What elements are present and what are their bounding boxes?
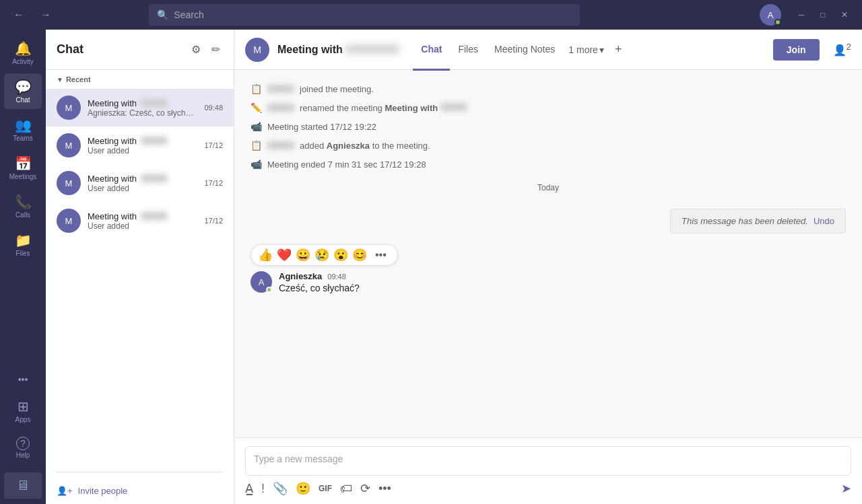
- activity-icon: 🔔: [15, 40, 32, 57]
- blurred-name: [141, 174, 168, 182]
- chat-item[interactable]: M Meeting with User added 17/12: [46, 127, 234, 164]
- reactions-bar: 👍 ❤️ 😀 😢 😮 😊 •••: [251, 244, 398, 266]
- attach-button[interactable]: 📎: [273, 481, 288, 496]
- titlebar-right: A ─ □ ✕: [760, 4, 854, 26]
- close-button[interactable]: ✕: [835, 5, 854, 24]
- search-input[interactable]: [174, 9, 572, 20]
- emoji-button[interactable]: 🙂: [296, 481, 310, 496]
- sidebar-item-more[interactable]: •••: [4, 369, 42, 390]
- forward-button[interactable]: →: [35, 6, 57, 24]
- system-icon: 📋: [251, 140, 262, 151]
- chat-preview: User added: [88, 221, 197, 231]
- system-text: Meeting ended 7 min 31 sec 17/12 19:28: [267, 159, 426, 170]
- today-divider: Today: [251, 183, 846, 192]
- sidebar-item-files[interactable]: 📁 Files: [4, 227, 42, 262]
- chat-list: M Meeting with Agnieszka: Cześć, co słyc…: [46, 89, 234, 466]
- chat-time: 17/12: [204, 217, 223, 225]
- reaction-wow[interactable]: 😮: [333, 248, 348, 262]
- tab-more[interactable]: 1 more ▾: [563, 30, 609, 70]
- chat-preview: User added: [88, 184, 197, 193]
- files-label: Files: [15, 250, 30, 257]
- more-icon: •••: [18, 374, 28, 385]
- sidebar-header: Chat ⚙ ✏: [46, 30, 234, 70]
- invite-button[interactable]: 👤+ Invite people: [46, 478, 234, 504]
- add-tab-button[interactable]: +: [609, 30, 628, 70]
- back-button[interactable]: ←: [8, 6, 30, 24]
- chat-name: Meeting with: [88, 174, 137, 184]
- chat-tabs: Chat Files Meeting Notes 1 more ▾ +: [413, 30, 627, 70]
- system-text: renamed the meeting Meeting with: [300, 103, 467, 113]
- tab-chat[interactable]: Chat: [413, 30, 450, 71]
- search-bar: 🔍: [149, 4, 580, 26]
- filter-button[interactable]: ⚙: [189, 40, 203, 59]
- sidebar-item-help[interactable]: ? Help: [4, 431, 42, 464]
- loop-button[interactable]: ⟳: [360, 481, 370, 496]
- chat-time: 09:48: [204, 104, 223, 112]
- reaction-heart[interactable]: ❤️: [277, 248, 292, 262]
- search-icon: 🔍: [157, 9, 168, 20]
- gif-button[interactable]: GIF: [319, 484, 332, 493]
- sticker-button[interactable]: 🏷: [340, 482, 352, 496]
- minimize-button[interactable]: ─: [792, 5, 811, 24]
- sidebar-item-device[interactable]: 🖥: [4, 472, 42, 499]
- reaction-thumbsup[interactable]: 👍: [258, 248, 273, 262]
- join-button[interactable]: Join: [773, 39, 820, 61]
- divider: [57, 472, 223, 472]
- apps-label: Apps: [15, 416, 31, 423]
- sidebar-item-calls[interactable]: 📞 Calls: [4, 188, 42, 224]
- reaction-cry[interactable]: 😢: [314, 248, 329, 262]
- chat-icon: 💬: [15, 79, 32, 95]
- chat-header: M Meeting with Chat Files Meeting Notes …: [234, 30, 862, 70]
- invite-label: Invite people: [78, 486, 128, 496]
- recent-chevron-icon: ▼: [57, 76, 63, 83]
- important-button[interactable]: !: [261, 482, 265, 496]
- system-message: 📋 added Agnieszka to the meeting.: [251, 137, 846, 153]
- sidebar-item-apps[interactable]: ⊞ Apps: [4, 393, 42, 429]
- meetings-icon: 📅: [15, 155, 32, 172]
- system-message: 📹 Meeting ended 7 min 31 sec 17/12 19:28: [251, 156, 846, 172]
- blurred-name: [440, 103, 467, 111]
- format-button[interactable]: A̲: [245, 481, 253, 496]
- device-icon: 🖥: [16, 478, 30, 493]
- tab-meeting-notes[interactable]: Meeting Notes: [486, 30, 563, 71]
- chat-item[interactable]: M Meeting with User added 17/12: [46, 164, 234, 202]
- new-chat-button[interactable]: ✏: [209, 40, 223, 59]
- blurred-user: [267, 104, 294, 112]
- sidebar-title: Chat: [57, 42, 84, 57]
- chat-area: M Meeting with Chat Files Meeting Notes …: [234, 30, 862, 504]
- chat-header-name: Meeting with: [277, 44, 399, 56]
- avatar: M: [57, 209, 81, 233]
- system-text: added Agnieszka to the meeting.: [300, 141, 430, 151]
- maximize-button[interactable]: □: [814, 5, 832, 24]
- chat-name: Meeting with: [88, 98, 137, 108]
- undo-button[interactable]: Undo: [814, 216, 834, 226]
- recent-label: ▼ Recent: [46, 70, 234, 89]
- chat-info: Meeting with User added: [88, 136, 197, 155]
- reaction-smile[interactable]: 😊: [352, 248, 367, 262]
- messages-area: 📋 joined the meeting. ✏️ renamed the mee…: [234, 70, 862, 437]
- more-tools-button[interactable]: •••: [378, 482, 391, 496]
- user-avatar[interactable]: A: [760, 4, 781, 26]
- participants-icon[interactable]: 👤2: [833, 42, 851, 57]
- input-placeholder: Type a new message: [254, 454, 343, 464]
- system-icon: 📹: [251, 121, 262, 132]
- blurred-user: [267, 85, 294, 93]
- calls-icon: 📞: [15, 194, 32, 210]
- left-nav: 🔔 Activity 💬 Chat 👥 Teams 📅 Meetings 📞 C…: [0, 30, 46, 504]
- reaction-more-button[interactable]: •••: [371, 248, 391, 262]
- activity-label: Activity: [12, 58, 34, 65]
- sidebar-item-meetings[interactable]: 📅 Meetings: [4, 150, 42, 186]
- send-button[interactable]: ➤: [841, 481, 851, 496]
- sidebar-item-chat[interactable]: 💬 Chat: [4, 73, 42, 109]
- message-input[interactable]: Type a new message: [245, 446, 851, 476]
- sidebar-item-teams[interactable]: 👥 Teams: [4, 112, 42, 147]
- message-author: Agnieszka: [279, 271, 322, 281]
- chat-item[interactable]: M Meeting with Agnieszka: Cześć, co słyc…: [46, 89, 234, 127]
- blurred-name: [141, 137, 168, 145]
- tab-files[interactable]: Files: [450, 30, 486, 71]
- chat-item[interactable]: M Meeting with User added 17/12: [46, 202, 234, 240]
- titlebar-nav: ← →: [8, 6, 57, 24]
- sidebar-item-activity[interactable]: 🔔 Activity: [4, 35, 42, 71]
- main-content: 🔔 Activity 💬 Chat 👥 Teams 📅 Meetings 📞 C…: [0, 30, 862, 504]
- reaction-grin[interactable]: 😀: [296, 248, 310, 262]
